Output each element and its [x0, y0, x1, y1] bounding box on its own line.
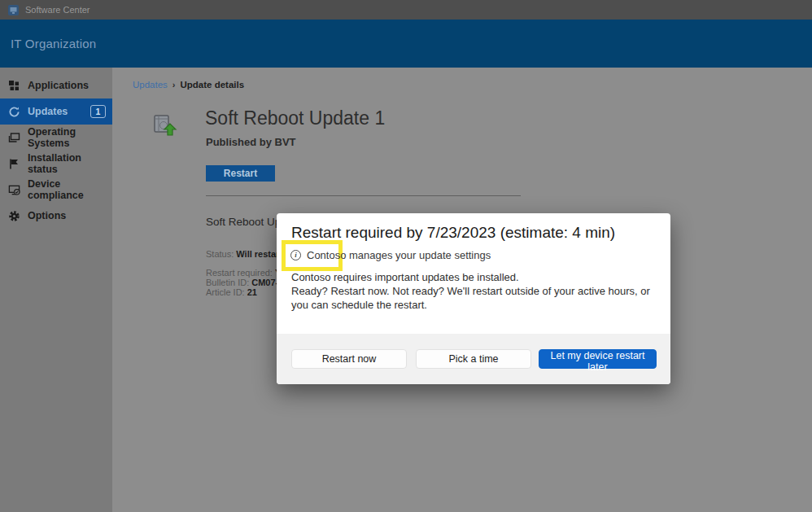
breadcrumb-current: Update details [181, 80, 245, 90]
sidebar-item-label: Installation status [28, 152, 112, 175]
info-icon: i [290, 250, 301, 260]
dialog-body-line2: Ready? Restart now. Not ready? We'll res… [291, 284, 659, 312]
breadcrumb-updates-link[interactable]: Updates [133, 80, 168, 90]
sync-icon [8, 106, 20, 118]
detail-article-id: Article ID: 21 [206, 287, 257, 297]
sidebar-item-operating-systems[interactable]: Operating Systems [0, 125, 112, 151]
section-divider [206, 195, 521, 196]
sidebar-item-label: Operating Systems [28, 126, 112, 149]
window-titlebar: Software Center [0, 0, 812, 20]
update-package-icon [152, 111, 178, 137]
sidebar-item-device-compliance[interactable]: Device compliance [0, 177, 112, 203]
software-center-app-icon [8, 5, 19, 15]
pick-a-time-button[interactable]: Pick a time [416, 349, 531, 369]
update-title: Soft Reboot Update 1 [205, 107, 385, 129]
dialog-title: Restart required by 7/23/2023 (estimate:… [291, 224, 615, 242]
apps-icon [8, 80, 20, 92]
restart-required-dialog: Restart required by 7/23/2023 (estimate:… [277, 213, 670, 384]
sidebar: Applications Updates 1 Operating Systems… [0, 68, 112, 512]
dialog-body-line1: Contoso requires important updates be in… [291, 270, 659, 284]
sidebar-item-label: Applications [28, 80, 89, 91]
sidebar-item-label: Device compliance [28, 178, 112, 201]
restart-now-button[interactable]: Restart now [291, 349, 407, 369]
chevron-right-icon: › [172, 80, 176, 90]
gear-icon [8, 210, 20, 222]
flag-icon [8, 158, 20, 170]
sidebar-item-label: Updates [28, 106, 68, 117]
breadcrumb: Updates › Update details [133, 80, 244, 90]
sidebar-item-installation-status[interactable]: Installation status [0, 151, 112, 177]
dialog-body: Contoso requires important updates be in… [291, 270, 659, 312]
sidebar-item-options[interactable]: Options [0, 203, 112, 229]
restart-button[interactable]: Restart [206, 165, 275, 182]
sidebar-item-updates[interactable]: Updates 1 [0, 98, 112, 125]
org-header: IT Organization [0, 20, 812, 68]
managed-notice-row: i Contoso manages your update settings [290, 249, 491, 261]
sidebar-item-applications[interactable]: Applications [0, 72, 112, 98]
dialog-footer: Restart now Pick a time Let my device re… [277, 334, 670, 384]
update-publisher: Published by BVT [206, 136, 296, 148]
window-title: Software Center [25, 5, 89, 15]
sidebar-item-label: Options [28, 210, 66, 221]
device-check-icon [8, 184, 20, 196]
windows-icon [8, 132, 20, 144]
restart-later-button[interactable]: Let my device restart later [539, 349, 657, 369]
updates-count-badge: 1 [90, 105, 106, 118]
managed-notice-text: Contoso manages your update settings [307, 249, 491, 261]
org-name: IT Organization [11, 37, 96, 50]
